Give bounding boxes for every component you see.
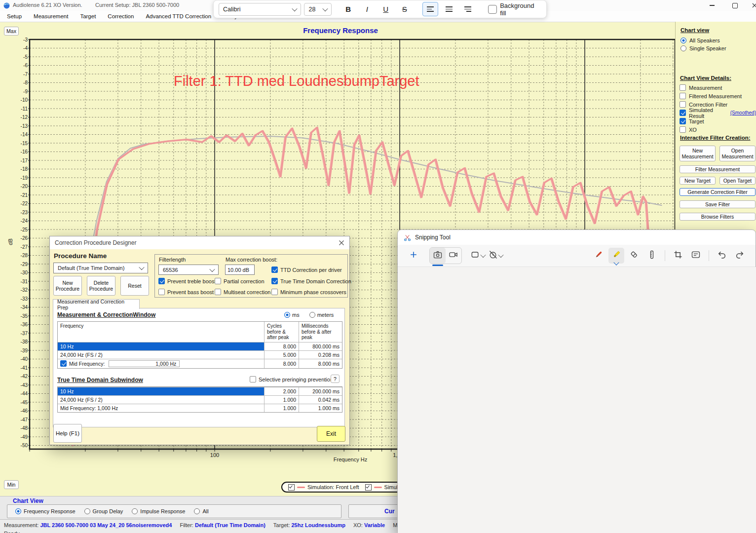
option-true-time-domain-correction[interactable]: True Time Domain Correction <box>271 278 351 284</box>
panel-button-open-measurement[interactable]: Open Measurement <box>719 146 756 161</box>
panel-button-new-measurement[interactable]: New Measurement <box>680 146 716 161</box>
table-row[interactable]: 24,000 Hz (FS / 2)1.0000.042 ms <box>58 395 342 404</box>
option-ttd-correction-per-driver[interactable]: TTD Correction per driver <box>271 266 342 273</box>
max-button[interactable]: Max <box>4 27 19 36</box>
close-button[interactable] <box>747 1 756 9</box>
eraser-button[interactable] <box>626 248 642 264</box>
snip-shape-button[interactable] <box>470 248 486 264</box>
table-row[interactable]: Mid Frequency: 1,000 Hz1.0001.000 ms <box>58 404 342 412</box>
y-tick: -36 <box>21 322 28 327</box>
radio-icon <box>284 312 290 318</box>
dialog-button-delete-procedure[interactable]: Delete Procedure <box>87 276 115 296</box>
align-left-button[interactable] <box>422 2 438 16</box>
align-right-button[interactable] <box>460 2 476 16</box>
table-row[interactable]: 24,000 Hz (FS / 2)5.0000.208 ms <box>58 350 342 359</box>
maximize-button[interactable] <box>727 1 742 9</box>
table-row[interactable]: 10 Hz8.000800.000 ms <box>58 342 342 350</box>
radio-label: ms <box>292 312 300 318</box>
mid-frequency-checkbox[interactable] <box>60 360 67 367</box>
tab-label: Measurement and Correction Prep <box>57 299 135 310</box>
filterlength-select[interactable]: 65536 <box>158 265 219 275</box>
mid-frequency-input[interactable]: 1,000 Hz <box>109 360 180 367</box>
panel-button-open-target[interactable]: Open Target <box>719 177 756 185</box>
app-icon <box>3 2 10 9</box>
photo-snip-button[interactable] <box>430 248 446 264</box>
selective-preringing-row: Selective preringing prevention <box>250 376 333 382</box>
mode-radio-all[interactable]: All <box>194 508 208 514</box>
panel-button-browse-filters[interactable]: Browse Filters <box>680 213 756 221</box>
panel-button-generate-correction-filter[interactable]: Generate Correction Filter <box>680 188 756 196</box>
menu-measurement[interactable]: Measurement <box>34 13 68 19</box>
menu-setup[interactable]: Setup <box>7 13 22 19</box>
dialog-button-reset[interactable]: Reset <box>120 276 149 296</box>
redo-button[interactable] <box>732 248 748 264</box>
help-button[interactable]: Help (F1) <box>53 424 82 443</box>
panel-button-filter-measurement[interactable]: Filter Measurement <box>680 165 756 173</box>
cell-frequency: 24,000 Hz (FS / 2) <box>58 351 264 359</box>
font-size-select[interactable]: 28 <box>304 3 331 16</box>
checkbox-icon <box>271 278 278 284</box>
option-multiseat-correction[interactable]: Multiseat correction <box>215 289 270 295</box>
snip-shape-icon <box>470 250 480 262</box>
mode-radio-impulse-response[interactable]: Impulse Response <box>132 508 185 514</box>
strikethrough-button[interactable]: S <box>397 2 413 16</box>
chart-view-bar-title: Chart View <box>13 497 43 504</box>
y-tick: -17 <box>21 158 28 163</box>
unit-radio-meters[interactable]: meters <box>309 312 334 318</box>
snip-delay-button[interactable] <box>488 248 503 264</box>
highlighter-button[interactable] <box>608 248 624 264</box>
undo-button[interactable] <box>714 248 730 264</box>
help-question-button[interactable]: ? <box>331 375 340 383</box>
tab-measurement-and-correction-prep[interactable]: Measurement and Correction Prep <box>53 299 140 309</box>
text-actions-icon <box>691 250 701 262</box>
mode-radio-group-delay[interactable]: Group Delay <box>84 508 123 514</box>
minimize-button[interactable] <box>705 1 719 9</box>
table-row[interactable]: Mid Frequency:1,000 Hz8.0008.000 ms <box>58 359 342 368</box>
new-snip-button[interactable] <box>406 248 421 264</box>
crop-button[interactable] <box>670 248 686 264</box>
menu-target[interactable]: Target <box>80 13 96 19</box>
panel-button-save-filter[interactable]: Save Filter <box>680 200 756 208</box>
table-row[interactable]: 10 Hz2.000200.000 ms <box>58 387 342 395</box>
ruler-button[interactable] <box>644 248 660 264</box>
mode-radio-frequency-response[interactable]: Frequency Response <box>15 508 76 514</box>
italic-button[interactable]: I <box>359 2 375 16</box>
min-button[interactable]: Min <box>4 480 19 489</box>
text-actions-button[interactable] <box>688 248 704 264</box>
y-tick: -28 <box>21 253 28 258</box>
procedure-name-select[interactable]: Default (True Time Domain) <box>53 263 148 273</box>
dialog-button-new-procedure[interactable]: New Procedure <box>53 276 82 296</box>
bold-button[interactable]: B <box>340 2 356 16</box>
panel-button-new-target[interactable]: New Target <box>680 177 716 185</box>
background-fill-checkbox[interactable] <box>488 5 497 14</box>
cell-milliseconds: 200.000 ms <box>299 387 342 395</box>
dialog-close-icon[interactable] <box>339 240 344 246</box>
y-tick: -9 <box>23 89 28 94</box>
y-tick: -5 <box>23 54 28 60</box>
legend-line-swatch <box>297 487 305 488</box>
option-label: TTD Correction per driver <box>280 267 342 273</box>
underline-button[interactable]: U <box>378 2 394 16</box>
menu-correction[interactable]: Correction <box>108 13 134 19</box>
option-partial-correction[interactable]: Partial correction <box>215 278 265 284</box>
font-family-select[interactable]: Calibri <box>219 3 301 16</box>
align-center-icon <box>446 6 453 12</box>
align-center-button[interactable] <box>441 2 457 16</box>
option-prevent-treble-boost[interactable]: Prevent treble boost <box>158 278 216 284</box>
option-prevent-bass-boost[interactable]: Prevent bass boost <box>158 289 214 295</box>
filterlength-value: 65536 <box>163 267 178 273</box>
exit-button[interactable]: Exit <box>317 426 345 442</box>
radio-icon <box>309 312 315 318</box>
max-correction-boost-input[interactable]: 10.00 dB <box>225 265 255 275</box>
chevron-down-icon <box>139 265 144 270</box>
y-tick: -10 <box>21 97 28 103</box>
option-minimum-phase-crossovers[interactable]: Minimum phase crossovers <box>271 289 346 295</box>
ballpoint-pen-button[interactable] <box>591 248 606 264</box>
menu-advanced-ttd-correction[interactable]: Advanced TTD Correction <box>146 13 211 19</box>
video-snip-button[interactable] <box>446 248 461 264</box>
status-target: Target: 25hz Loudnessbump <box>273 522 345 528</box>
selective-preringing-checkbox[interactable] <box>250 376 256 382</box>
radio-icon <box>15 508 21 514</box>
unit-radio-ms[interactable]: ms <box>284 312 300 318</box>
legend-item-simulation-front-left[interactable]: Simulation: Front Left <box>288 484 359 491</box>
